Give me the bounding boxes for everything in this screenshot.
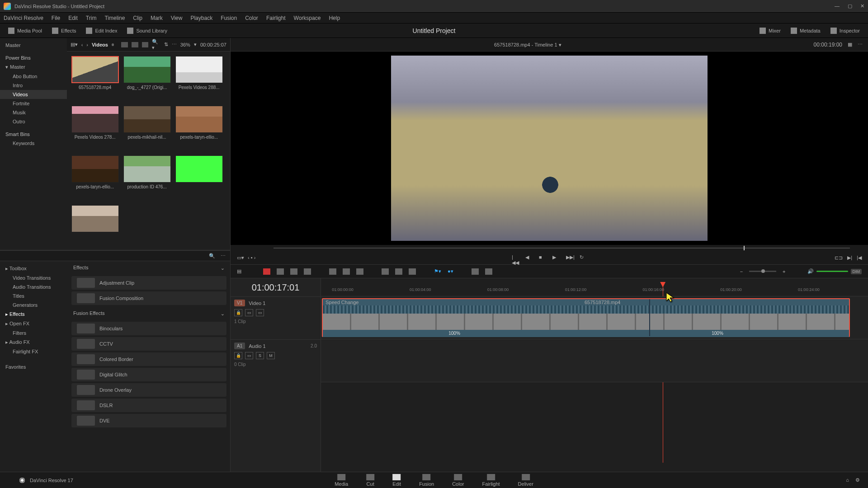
- list-view-icon[interactable]: [142, 42, 149, 47]
- marker-icon[interactable]: ●▾: [448, 268, 453, 274]
- page-fusion[interactable]: Fusion: [419, 474, 434, 487]
- menu-workspace[interactable]: Workspace: [294, 15, 321, 21]
- match-frame-icon[interactable]: ‹ • ›: [248, 255, 255, 261]
- timeline-timecode[interactable]: 00:00:19:00: [814, 42, 842, 48]
- sound-library-button[interactable]: Sound Library: [127, 28, 167, 34]
- fxtree-titles[interactable]: Titles: [0, 291, 68, 300]
- home-icon[interactable]: ⌂: [846, 477, 849, 483]
- fx-item[interactable]: DVE: [71, 414, 226, 427]
- page-deliver[interactable]: Deliver: [518, 474, 533, 487]
- timeline-ruler[interactable]: 01:00:00:0001:00:04:0001:00:08:0001:00:1…: [321, 278, 868, 296]
- maximize-button[interactable]: ▢: [848, 3, 852, 9]
- menu-file[interactable]: File: [52, 15, 60, 21]
- dynamic-trim-icon[interactable]: [290, 268, 297, 275]
- first-frame-button[interactable]: |◀◀: [512, 254, 519, 262]
- menu-fusion[interactable]: Fusion: [221, 15, 237, 21]
- fxtree-audio-fx[interactable]: ▸ Audio FX: [0, 338, 68, 347]
- dim-button[interactable]: DIM: [851, 269, 862, 274]
- bin-videos[interactable]: Videos: [0, 90, 67, 99]
- timeline-view-icon[interactable]: ▤: [237, 268, 241, 274]
- fx-item[interactable]: Adjustment Clip: [71, 276, 226, 290]
- clip-thumb[interactable]: [123, 155, 171, 183]
- nav-fwd-icon[interactable]: ›: [86, 42, 88, 47]
- clip-item[interactable]: Pexels Videos 288...: [175, 56, 223, 101]
- volume-icon[interactable]: 🔊: [807, 268, 814, 274]
- go-start-icon[interactable]: |◀: [857, 255, 862, 261]
- clip-item[interactable]: dog_-_4727 (Origi...: [123, 56, 171, 101]
- fx-item[interactable]: Binoculars: [71, 322, 226, 335]
- viewer-frame[interactable]: [391, 56, 708, 241]
- jog-bar[interactable]: [236, 245, 863, 251]
- selection-tool-icon[interactable]: [263, 268, 270, 275]
- clip-item[interactable]: pexels-taryn-ellio...: [71, 155, 119, 201]
- fx-section-effects[interactable]: Effects⌃: [68, 261, 230, 274]
- timeline-title[interactable]: 657518728.mp4 - Timeline 1: [494, 42, 557, 47]
- menu-color[interactable]: Color: [245, 15, 258, 21]
- clip-thumb[interactable]: [175, 56, 223, 83]
- bin-dropdown-icon[interactable]: ▤▾: [71, 42, 78, 47]
- zoom-out-icon[interactable]: −: [740, 269, 743, 274]
- retime-icon[interactable]: [382, 268, 389, 275]
- snap-icon[interactable]: [472, 268, 479, 275]
- clip-item[interactable]: production ID 476...: [123, 155, 171, 201]
- clip-thumb[interactable]: [175, 155, 223, 183]
- fxtree-generators[interactable]: Generators: [0, 300, 68, 310]
- bin-master[interactable]: ▾Master: [0, 62, 67, 72]
- bin-intro[interactable]: Intro: [0, 81, 67, 90]
- v1-enable-icon[interactable]: ▭: [256, 309, 264, 316]
- menu-playback[interactable]: Playback: [190, 15, 212, 21]
- clip-thumb[interactable]: [175, 106, 223, 133]
- fx-item[interactable]: Digital Glitch: [71, 368, 226, 381]
- menu-mark[interactable]: Mark: [151, 15, 163, 21]
- clip-thumb[interactable]: [71, 205, 119, 232]
- clip-thumb[interactable]: [71, 106, 119, 133]
- fx-item[interactable]: Colored Border: [71, 352, 226, 366]
- a1-solo-button[interactable]: S: [256, 352, 264, 359]
- v1-name[interactable]: Video 1: [249, 300, 265, 306]
- clip-item[interactable]: pexels-taryn-ellio...: [175, 106, 223, 151]
- fx-options-icon[interactable]: ⋯: [221, 253, 226, 259]
- flag-icon[interactable]: ⚑▾: [434, 268, 441, 274]
- mixer-button[interactable]: Mixer: [760, 28, 781, 34]
- next-frame-button[interactable]: ▶▶|: [566, 254, 573, 262]
- menu-clip[interactable]: Clip: [133, 15, 142, 21]
- thumb-view-icon[interactable]: [121, 42, 128, 47]
- bin-fortnite[interactable]: Fortnite: [0, 99, 67, 108]
- strip-view-icon[interactable]: [132, 42, 138, 47]
- clip-thumb[interactable]: [71, 155, 119, 183]
- audio-track-1[interactable]: [321, 339, 868, 382]
- clip-thumb[interactable]: [123, 106, 171, 133]
- fxtree-toolbox[interactable]: ▸ Toolbox: [0, 264, 68, 273]
- breadcrumb[interactable]: Videos: [92, 42, 108, 47]
- metadata-button[interactable]: Metadata: [791, 28, 821, 34]
- menu-view[interactable]: View: [171, 15, 183, 21]
- loop-button[interactable]: ↻: [580, 254, 587, 262]
- bin-master[interactable]: Master: [0, 41, 67, 50]
- media-pool-button[interactable]: Media Pool: [8, 28, 42, 34]
- nav-back-icon[interactable]: ‹: [81, 42, 83, 47]
- effects-button[interactable]: Effects: [52, 28, 76, 34]
- collapse-icon[interactable]: ⌃: [221, 310, 225, 316]
- bin-musik[interactable]: Musik: [0, 108, 67, 117]
- blade-tool-icon[interactable]: [304, 268, 311, 275]
- clip-item[interactable]: Pexels Videos 278...: [71, 106, 119, 151]
- menu-trim[interactable]: Trim: [86, 15, 97, 21]
- a1-lock-icon[interactable]: 🔒: [234, 352, 242, 359]
- clip-item[interactable]: [71, 205, 119, 245]
- speed-seg-1[interactable]: 100%: [323, 330, 586, 337]
- a1-badge[interactable]: A1: [234, 343, 245, 349]
- clip-item[interactable]: [175, 155, 223, 201]
- a1-mute-button[interactable]: M: [267, 352, 275, 359]
- menu-help[interactable]: Help: [329, 15, 340, 21]
- a1-auto-icon[interactable]: ▭: [245, 352, 253, 359]
- video-track-1[interactable]: Speed Change 657518728.mp4 100% 100%: [321, 296, 868, 339]
- a1-name[interactable]: Audio 1: [249, 343, 265, 349]
- sort-icon[interactable]: ⇅: [164, 42, 168, 47]
- fxtree-open-fx[interactable]: ▸ Open FX: [0, 319, 68, 328]
- collapse-icon[interactable]: ⌃: [221, 265, 225, 271]
- menu-timeline[interactable]: Timeline: [104, 15, 125, 21]
- insert-icon[interactable]: [329, 268, 336, 275]
- page-color[interactable]: Color: [452, 474, 464, 487]
- search-icon[interactable]: 🔍▾: [152, 39, 160, 51]
- clip-item[interactable]: 657518728.mp4: [71, 56, 119, 101]
